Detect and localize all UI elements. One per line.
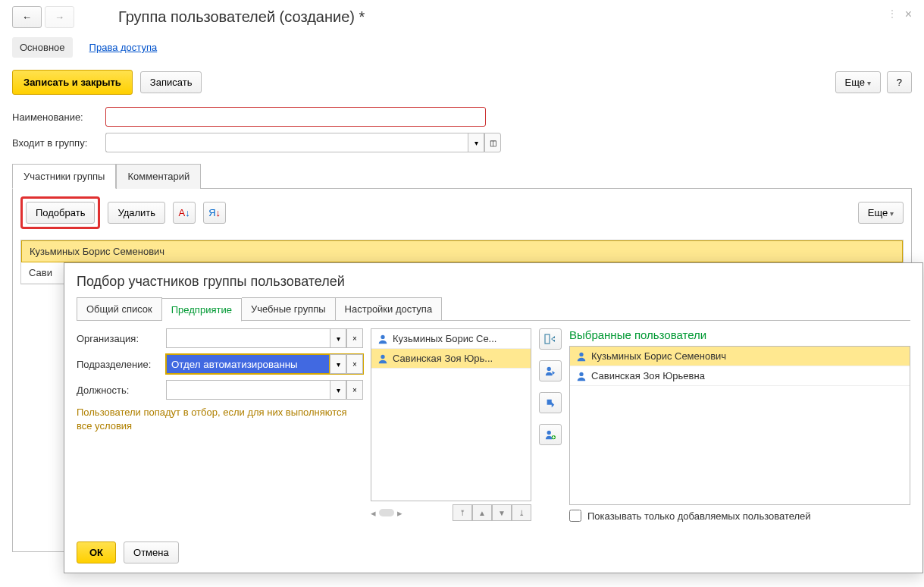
list-item[interactable]: Кузьминых Борис Се... <box>371 329 531 349</box>
close-icon[interactable]: × <box>905 8 912 21</box>
name-input[interactable] <box>105 107 486 127</box>
svg-point-4 <box>547 431 551 435</box>
dept-clear-button[interactable]: × <box>346 354 363 374</box>
grid-more-button[interactable]: Еще <box>858 202 904 224</box>
tab-access-rights[interactable]: Права доступа <box>82 37 165 58</box>
list-item[interactable]: Кузьминых Борис Семенович <box>570 347 910 366</box>
help-button[interactable]: ? <box>887 71 912 93</box>
svg-point-7 <box>579 372 583 375</box>
list-item-label: Савинская Зоя Юрь... <box>393 353 493 364</box>
pick-button[interactable]: Подобрать <box>26 202 95 224</box>
user-icon <box>576 351 587 362</box>
tab-main[interactable]: Основное <box>12 37 73 58</box>
pager-scroll-icon <box>379 509 394 516</box>
svg-point-0 <box>381 334 384 338</box>
tab-members[interactable]: Участники группы <box>12 164 116 189</box>
show-added-only-label: Показывать только добавляемых пользовате… <box>587 510 811 522</box>
cancel-button[interactable]: Отмена <box>124 541 179 563</box>
list-item-label: Кузьминых Борис Семенович <box>591 350 726 362</box>
org-input[interactable] <box>166 328 330 348</box>
show-added-only-checkbox[interactable] <box>569 510 581 522</box>
save-button[interactable]: Записать <box>140 71 202 93</box>
ok-button[interactable]: ОК <box>77 541 116 563</box>
pager-down-button[interactable]: ▼ <box>492 504 512 521</box>
name-label: Наименование: <box>12 111 99 123</box>
more-button[interactable]: Еще <box>835 71 881 93</box>
dialog-title: Подбор участников группы пользователей <box>64 263 922 297</box>
svg-point-3 <box>547 367 551 371</box>
dialog-tab-access-settings[interactable]: Настройки доступа <box>336 297 443 321</box>
user-icon <box>377 353 388 364</box>
pager-next-icon[interactable]: ▸ <box>397 507 402 519</box>
save-and-close-button[interactable]: Записать и закрыть <box>12 70 133 95</box>
dept-dropdown-button[interactable]: ▾ <box>330 354 346 374</box>
pager-up-button[interactable]: ▲ <box>472 504 492 521</box>
parent-group-input[interactable] <box>105 133 468 152</box>
back-button[interactable]: ← <box>12 6 42 28</box>
dept-label: Подразделение: <box>77 359 166 370</box>
table-row[interactable]: Кузьминых Борис Семенович <box>21 240 903 262</box>
list-item[interactable]: Савинская Зоя Юрь... <box>371 349 531 369</box>
user-icon <box>576 371 587 381</box>
pick-members-dialog: Подбор участников группы пользователей О… <box>64 262 923 573</box>
pager-last-button[interactable]: ⤓ <box>512 504 531 521</box>
highlight-annotation: Подобрать <box>20 196 100 229</box>
org-clear-button[interactable]: × <box>346 328 363 348</box>
page-title: Группа пользователей (создание) * <box>118 8 365 26</box>
selected-users-title: Выбранные пользователи <box>569 328 910 341</box>
dialog-tab-study-groups[interactable]: Учебные группы <box>242 297 336 321</box>
list-item-label: Кузьминых Борис Се... <box>393 333 496 344</box>
add-user-button[interactable] <box>539 424 562 445</box>
forward-button[interactable]: → <box>45 6 74 28</box>
user-icon <box>377 334 388 344</box>
filter-hint: Пользователи попадут в отбор, если для н… <box>77 406 363 433</box>
menu-dots-icon[interactable]: ⋮ <box>887 8 897 21</box>
pos-clear-button[interactable]: × <box>346 380 363 400</box>
tab-comment[interactable]: Комментарий <box>116 164 201 189</box>
org-dropdown-button[interactable]: ▾ <box>330 328 346 348</box>
dialog-tab-general-list[interactable]: Общий список <box>77 297 162 321</box>
dialog-tab-enterprise[interactable]: Предприятие <box>162 298 242 322</box>
pager-first-button[interactable]: ⤒ <box>453 504 472 521</box>
pos-dropdown-button[interactable]: ▾ <box>330 380 346 400</box>
pager-prev-icon[interactable]: ◂ <box>371 507 376 519</box>
svg-point-6 <box>579 352 583 356</box>
list-item-label: Савинская Зоя Юрьевна <box>591 370 705 381</box>
dept-input[interactable] <box>166 354 330 374</box>
svg-point-1 <box>381 354 384 358</box>
org-label: Организация: <box>77 333 166 344</box>
list-item[interactable]: Савинская Зоя Юрьевна <box>570 366 910 386</box>
move-right-button[interactable] <box>539 360 562 381</box>
open-button[interactable]: ◫ <box>484 133 501 152</box>
pos-label: Должность: <box>77 385 166 396</box>
svg-rect-2 <box>545 334 550 344</box>
sort-asc-button[interactable]: А↓ <box>173 202 196 224</box>
dropdown-button[interactable]: ▾ <box>468 133 484 152</box>
move-down-button[interactable] <box>539 392 562 413</box>
sort-desc-button[interactable]: Я↓ <box>203 202 226 224</box>
move-all-right-button[interactable] <box>539 328 562 350</box>
delete-button[interactable]: Удалить <box>108 202 165 224</box>
pos-input[interactable] <box>166 380 330 400</box>
group-label: Входит в группу: <box>12 137 99 149</box>
